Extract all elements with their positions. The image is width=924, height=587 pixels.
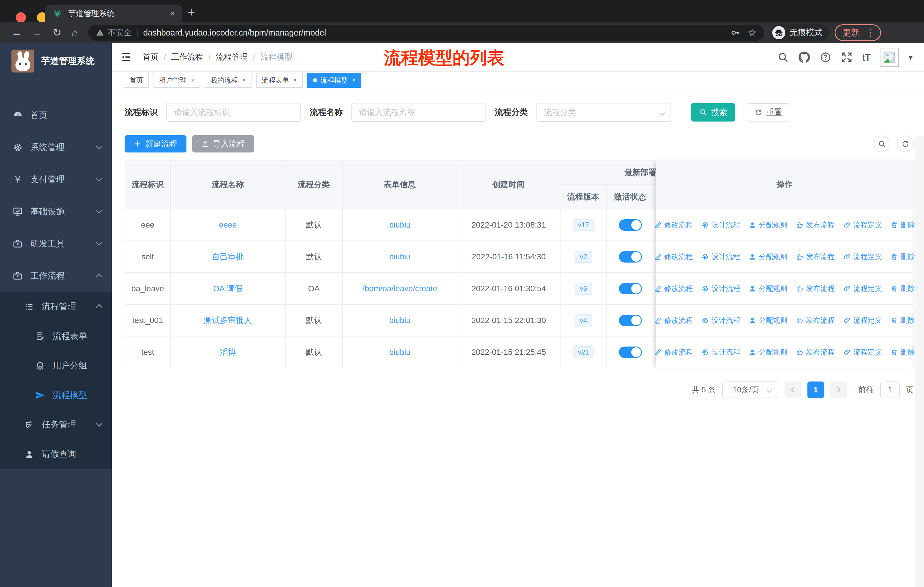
- assign-rule-link[interactable]: 分配规则: [749, 252, 787, 261]
- tag-tenant-management[interactable]: 租户管理×: [153, 73, 200, 88]
- bookmark-star-icon[interactable]: ☆: [747, 26, 757, 39]
- edit-process-link[interactable]: 修改流程: [654, 220, 693, 230]
- active-status-toggle[interactable]: [619, 283, 642, 294]
- assign-rule-link[interactable]: 分配规则: [749, 316, 787, 325]
- sidebar-item-dev-tools[interactable]: 研发工具: [0, 228, 112, 260]
- fullscreen-icon[interactable]: [841, 51, 852, 63]
- design-process-link[interactable]: 设计流程: [701, 220, 740, 230]
- version-badge[interactable]: v4: [574, 314, 592, 326]
- help-icon[interactable]: [820, 51, 831, 63]
- assign-rule-link[interactable]: 分配规则: [749, 347, 787, 357]
- design-process-link[interactable]: 设计流程: [701, 284, 740, 293]
- form-info-link[interactable]: biubiu: [389, 316, 411, 325]
- tag-close-icon[interactable]: ×: [191, 76, 195, 84]
- tab-close-icon[interactable]: ×: [170, 8, 175, 18]
- delete-process-link[interactable]: 删除: [891, 284, 915, 293]
- scrollbar-gutter[interactable]: [916, 136, 924, 587]
- process-definition-link[interactable]: 流程定义: [843, 347, 882, 357]
- form-info-link[interactable]: /bpm/oa/leave/create: [362, 284, 437, 293]
- tag-process-form[interactable]: 流程表单×: [256, 73, 303, 88]
- import-process-button[interactable]: 导入流程: [192, 135, 254, 152]
- reload-icon[interactable]: ↻: [53, 26, 61, 39]
- back-icon[interactable]: ←: [12, 26, 22, 39]
- assign-rule-link[interactable]: 分配规则: [749, 220, 787, 230]
- browser-update-chip[interactable]: 更新 ⋮: [835, 24, 881, 41]
- sidebar-item-workflow[interactable]: 工作流程: [0, 260, 112, 292]
- process-name-link[interactable]: eeee: [219, 220, 237, 230]
- edit-process-link[interactable]: 修改流程: [654, 284, 693, 293]
- design-process-link[interactable]: 设计流程: [701, 252, 740, 261]
- tag-close-icon[interactable]: ×: [293, 76, 297, 84]
- sidebar-item-system[interactable]: 系统管理: [0, 131, 112, 164]
- sidebar-fold-icon[interactable]: [120, 51, 132, 63]
- publish-process-link[interactable]: 发布流程: [796, 284, 835, 293]
- search-button[interactable]: 搜索: [691, 103, 735, 122]
- font-size-icon[interactable]: tT: [862, 52, 870, 63]
- process-definition-link[interactable]: 流程定义: [843, 316, 882, 325]
- sidebar-item-process-model[interactable]: 流程模型: [0, 380, 112, 410]
- version-badge[interactable]: v17: [573, 219, 594, 231]
- process-key-input[interactable]: 请输入流程标识: [167, 103, 301, 122]
- active-status-toggle[interactable]: [619, 251, 642, 263]
- home-icon[interactable]: ⌂: [72, 26, 78, 39]
- design-process-link[interactable]: 设计流程: [701, 347, 740, 357]
- process-name-link[interactable]: 自己审批: [212, 251, 244, 262]
- process-category-select[interactable]: 流程分类: [536, 103, 671, 122]
- process-definition-link[interactable]: 流程定义: [843, 220, 882, 230]
- edit-process-link[interactable]: 修改流程: [654, 316, 693, 325]
- password-key-icon[interactable]: [730, 28, 740, 38]
- publish-process-link[interactable]: 发布流程: [796, 220, 835, 230]
- version-badge[interactable]: v2: [574, 251, 592, 263]
- browser-menu-dots-icon[interactable]: ⋮: [866, 27, 875, 38]
- process-definition-link[interactable]: 流程定义: [843, 284, 882, 293]
- tag-close-icon[interactable]: ×: [242, 76, 246, 84]
- version-badge[interactable]: v5: [574, 283, 592, 294]
- forward-icon[interactable]: →: [32, 26, 42, 39]
- breadcrumb-home[interactable]: 首页: [143, 51, 159, 63]
- tag-process-model[interactable]: 流程模型×: [307, 73, 361, 88]
- sidebar-item-payment[interactable]: ¥ 支付管理: [0, 164, 112, 195]
- address-bar[interactable]: 不安全 dashboard.yudao.iocoder.cn/bpm/manag…: [88, 25, 764, 41]
- process-name-link[interactable]: 滔博: [220, 347, 236, 358]
- page-size-select[interactable]: 10条/页: [722, 382, 778, 398]
- show-search-toggle-button[interactable]: [874, 136, 890, 152]
- sidebar-item-user-group[interactable]: 用户分组: [0, 351, 112, 380]
- publish-process-link[interactable]: 发布流程: [796, 252, 835, 261]
- version-badge[interactable]: v21: [573, 346, 594, 358]
- active-status-toggle[interactable]: [619, 315, 642, 326]
- edit-process-link[interactable]: 修改流程: [654, 347, 693, 357]
- browser-tab[interactable]: 芋道管理系统 ×: [45, 5, 182, 22]
- sidebar-item-home[interactable]: 首页: [0, 99, 112, 131]
- tag-home[interactable]: 首页: [124, 73, 149, 88]
- edit-process-link[interactable]: 修改流程: [654, 252, 693, 261]
- url-text[interactable]: dashboard.yudao.iocoder.cn/bpm/manager/m…: [143, 28, 730, 38]
- close-window-button[interactable]: [16, 12, 26, 23]
- search-icon[interactable]: [777, 51, 789, 63]
- form-info-link[interactable]: biubiu: [389, 252, 411, 261]
- current-page-button[interactable]: 1: [807, 382, 824, 398]
- process-name-input[interactable]: 请输入流程名称: [351, 103, 486, 122]
- sidebar-item-process-form[interactable]: 流程表单: [0, 321, 112, 351]
- breadcrumb-workflow[interactable]: 工作流程: [171, 51, 203, 63]
- prev-page-button[interactable]: [784, 382, 801, 398]
- delete-process-link[interactable]: 删除: [891, 347, 915, 357]
- form-info-link[interactable]: biubiu: [389, 220, 411, 230]
- process-definition-link[interactable]: 流程定义: [843, 252, 882, 261]
- design-process-link[interactable]: 设计流程: [701, 316, 740, 325]
- process-name-link[interactable]: 测试多审批人: [204, 315, 252, 326]
- delete-process-link[interactable]: 删除: [891, 220, 915, 230]
- delete-process-link[interactable]: 删除: [891, 252, 915, 261]
- delete-process-link[interactable]: 删除: [891, 316, 915, 325]
- publish-process-link[interactable]: 发布流程: [796, 347, 835, 357]
- breadcrumb-process-management[interactable]: 流程管理: [216, 51, 248, 63]
- reset-button[interactable]: 重置: [747, 103, 790, 122]
- create-process-button[interactable]: 新建流程: [125, 135, 186, 152]
- active-status-toggle[interactable]: [619, 219, 642, 231]
- github-icon[interactable]: [799, 51, 810, 63]
- process-name-link[interactable]: OA 请假: [213, 283, 243, 294]
- goto-page-input[interactable]: 1: [880, 382, 900, 398]
- sidebar-item-process-management[interactable]: 流程管理: [0, 292, 112, 321]
- tag-my-process[interactable]: 我的流程×: [205, 73, 251, 88]
- caret-down-icon[interactable]: ▾: [909, 53, 912, 62]
- sidebar-item-infrastructure[interactable]: 基础设施: [0, 195, 112, 228]
